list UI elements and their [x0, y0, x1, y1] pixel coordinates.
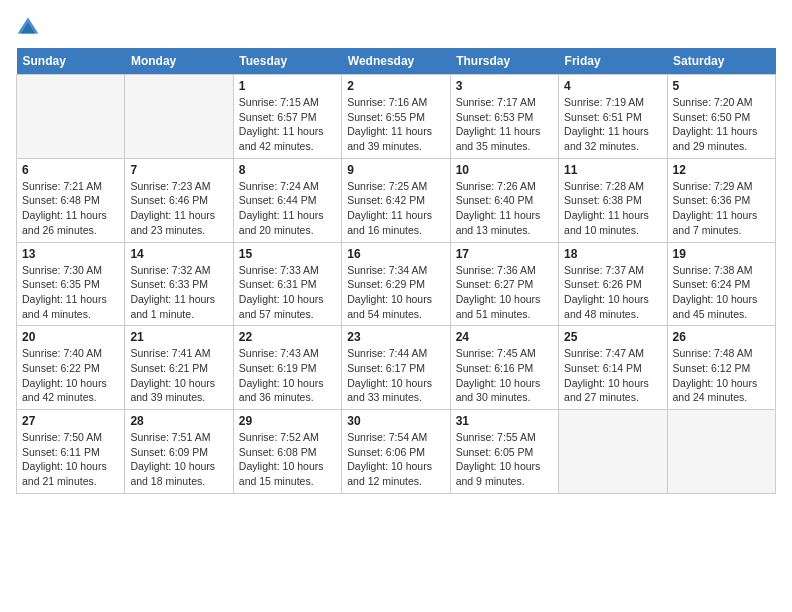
- calendar-cell: 13Sunrise: 7:30 AM Sunset: 6:35 PM Dayli…: [17, 242, 125, 326]
- day-info: Sunrise: 7:51 AM Sunset: 6:09 PM Dayligh…: [130, 430, 227, 489]
- calendar-cell: 10Sunrise: 7:26 AM Sunset: 6:40 PM Dayli…: [450, 158, 558, 242]
- day-info: Sunrise: 7:26 AM Sunset: 6:40 PM Dayligh…: [456, 179, 553, 238]
- day-info: Sunrise: 7:20 AM Sunset: 6:50 PM Dayligh…: [673, 95, 770, 154]
- day-number: 10: [456, 163, 553, 177]
- day-number: 17: [456, 247, 553, 261]
- day-number: 9: [347, 163, 444, 177]
- calendar-cell: 9Sunrise: 7:25 AM Sunset: 6:42 PM Daylig…: [342, 158, 450, 242]
- day-info: Sunrise: 7:52 AM Sunset: 6:08 PM Dayligh…: [239, 430, 336, 489]
- day-number: 29: [239, 414, 336, 428]
- page-header: [16, 16, 776, 40]
- day-info: Sunrise: 7:47 AM Sunset: 6:14 PM Dayligh…: [564, 346, 661, 405]
- day-info: Sunrise: 7:24 AM Sunset: 6:44 PM Dayligh…: [239, 179, 336, 238]
- day-number: 27: [22, 414, 119, 428]
- day-number: 22: [239, 330, 336, 344]
- day-info: Sunrise: 7:17 AM Sunset: 6:53 PM Dayligh…: [456, 95, 553, 154]
- day-number: 3: [456, 79, 553, 93]
- calendar-week-4: 20Sunrise: 7:40 AM Sunset: 6:22 PM Dayli…: [17, 326, 776, 410]
- calendar-cell: 5Sunrise: 7:20 AM Sunset: 6:50 PM Daylig…: [667, 75, 775, 159]
- day-info: Sunrise: 7:33 AM Sunset: 6:31 PM Dayligh…: [239, 263, 336, 322]
- day-info: Sunrise: 7:55 AM Sunset: 6:05 PM Dayligh…: [456, 430, 553, 489]
- calendar-cell: 11Sunrise: 7:28 AM Sunset: 6:38 PM Dayli…: [559, 158, 667, 242]
- calendar-cell: 22Sunrise: 7:43 AM Sunset: 6:19 PM Dayli…: [233, 326, 341, 410]
- day-info: Sunrise: 7:28 AM Sunset: 6:38 PM Dayligh…: [564, 179, 661, 238]
- day-number: 4: [564, 79, 661, 93]
- day-header-monday: Monday: [125, 48, 233, 75]
- day-number: 7: [130, 163, 227, 177]
- day-header-thursday: Thursday: [450, 48, 558, 75]
- calendar-cell: 8Sunrise: 7:24 AM Sunset: 6:44 PM Daylig…: [233, 158, 341, 242]
- day-number: 19: [673, 247, 770, 261]
- calendar-cell: 15Sunrise: 7:33 AM Sunset: 6:31 PM Dayli…: [233, 242, 341, 326]
- calendar-cell: 18Sunrise: 7:37 AM Sunset: 6:26 PM Dayli…: [559, 242, 667, 326]
- day-info: Sunrise: 7:38 AM Sunset: 6:24 PM Dayligh…: [673, 263, 770, 322]
- day-info: Sunrise: 7:54 AM Sunset: 6:06 PM Dayligh…: [347, 430, 444, 489]
- calendar-cell: 14Sunrise: 7:32 AM Sunset: 6:33 PM Dayli…: [125, 242, 233, 326]
- day-info: Sunrise: 7:48 AM Sunset: 6:12 PM Dayligh…: [673, 346, 770, 405]
- day-info: Sunrise: 7:40 AM Sunset: 6:22 PM Dayligh…: [22, 346, 119, 405]
- day-number: 21: [130, 330, 227, 344]
- calendar-cell: [667, 410, 775, 494]
- calendar-cell: 1Sunrise: 7:15 AM Sunset: 6:57 PM Daylig…: [233, 75, 341, 159]
- day-info: Sunrise: 7:19 AM Sunset: 6:51 PM Dayligh…: [564, 95, 661, 154]
- day-number: 26: [673, 330, 770, 344]
- day-number: 2: [347, 79, 444, 93]
- calendar-week-2: 6Sunrise: 7:21 AM Sunset: 6:48 PM Daylig…: [17, 158, 776, 242]
- calendar-cell: [17, 75, 125, 159]
- logo: [16, 16, 44, 40]
- day-number: 28: [130, 414, 227, 428]
- calendar-cell: 30Sunrise: 7:54 AM Sunset: 6:06 PM Dayli…: [342, 410, 450, 494]
- day-info: Sunrise: 7:50 AM Sunset: 6:11 PM Dayligh…: [22, 430, 119, 489]
- calendar-cell: 19Sunrise: 7:38 AM Sunset: 6:24 PM Dayli…: [667, 242, 775, 326]
- day-info: Sunrise: 7:45 AM Sunset: 6:16 PM Dayligh…: [456, 346, 553, 405]
- calendar-cell: 7Sunrise: 7:23 AM Sunset: 6:46 PM Daylig…: [125, 158, 233, 242]
- calendar-cell: 6Sunrise: 7:21 AM Sunset: 6:48 PM Daylig…: [17, 158, 125, 242]
- day-info: Sunrise: 7:41 AM Sunset: 6:21 PM Dayligh…: [130, 346, 227, 405]
- calendar-week-1: 1Sunrise: 7:15 AM Sunset: 6:57 PM Daylig…: [17, 75, 776, 159]
- calendar-table: SundayMondayTuesdayWednesdayThursdayFrid…: [16, 48, 776, 494]
- calendar-header-row: SundayMondayTuesdayWednesdayThursdayFrid…: [17, 48, 776, 75]
- calendar-cell: 29Sunrise: 7:52 AM Sunset: 6:08 PM Dayli…: [233, 410, 341, 494]
- day-header-saturday: Saturday: [667, 48, 775, 75]
- calendar-cell: 27Sunrise: 7:50 AM Sunset: 6:11 PM Dayli…: [17, 410, 125, 494]
- day-info: Sunrise: 7:36 AM Sunset: 6:27 PM Dayligh…: [456, 263, 553, 322]
- day-info: Sunrise: 7:32 AM Sunset: 6:33 PM Dayligh…: [130, 263, 227, 322]
- day-number: 12: [673, 163, 770, 177]
- calendar-week-5: 27Sunrise: 7:50 AM Sunset: 6:11 PM Dayli…: [17, 410, 776, 494]
- day-number: 5: [673, 79, 770, 93]
- day-info: Sunrise: 7:21 AM Sunset: 6:48 PM Dayligh…: [22, 179, 119, 238]
- calendar-cell: 21Sunrise: 7:41 AM Sunset: 6:21 PM Dayli…: [125, 326, 233, 410]
- day-number: 20: [22, 330, 119, 344]
- calendar-cell: 24Sunrise: 7:45 AM Sunset: 6:16 PM Dayli…: [450, 326, 558, 410]
- day-info: Sunrise: 7:25 AM Sunset: 6:42 PM Dayligh…: [347, 179, 444, 238]
- calendar-cell: 20Sunrise: 7:40 AM Sunset: 6:22 PM Dayli…: [17, 326, 125, 410]
- day-info: Sunrise: 7:23 AM Sunset: 6:46 PM Dayligh…: [130, 179, 227, 238]
- day-info: Sunrise: 7:44 AM Sunset: 6:17 PM Dayligh…: [347, 346, 444, 405]
- calendar-cell: 17Sunrise: 7:36 AM Sunset: 6:27 PM Dayli…: [450, 242, 558, 326]
- calendar-cell: 23Sunrise: 7:44 AM Sunset: 6:17 PM Dayli…: [342, 326, 450, 410]
- calendar-cell: 28Sunrise: 7:51 AM Sunset: 6:09 PM Dayli…: [125, 410, 233, 494]
- calendar-week-3: 13Sunrise: 7:30 AM Sunset: 6:35 PM Dayli…: [17, 242, 776, 326]
- calendar-cell: 4Sunrise: 7:19 AM Sunset: 6:51 PM Daylig…: [559, 75, 667, 159]
- day-info: Sunrise: 7:16 AM Sunset: 6:55 PM Dayligh…: [347, 95, 444, 154]
- day-number: 23: [347, 330, 444, 344]
- day-number: 16: [347, 247, 444, 261]
- day-info: Sunrise: 7:15 AM Sunset: 6:57 PM Dayligh…: [239, 95, 336, 154]
- day-info: Sunrise: 7:29 AM Sunset: 6:36 PM Dayligh…: [673, 179, 770, 238]
- calendar-cell: 2Sunrise: 7:16 AM Sunset: 6:55 PM Daylig…: [342, 75, 450, 159]
- calendar-cell: 16Sunrise: 7:34 AM Sunset: 6:29 PM Dayli…: [342, 242, 450, 326]
- day-header-tuesday: Tuesday: [233, 48, 341, 75]
- day-info: Sunrise: 7:43 AM Sunset: 6:19 PM Dayligh…: [239, 346, 336, 405]
- calendar-cell: [559, 410, 667, 494]
- day-number: 13: [22, 247, 119, 261]
- day-info: Sunrise: 7:37 AM Sunset: 6:26 PM Dayligh…: [564, 263, 661, 322]
- day-number: 18: [564, 247, 661, 261]
- day-info: Sunrise: 7:30 AM Sunset: 6:35 PM Dayligh…: [22, 263, 119, 322]
- day-number: 30: [347, 414, 444, 428]
- day-header-wednesday: Wednesday: [342, 48, 450, 75]
- calendar-cell: 3Sunrise: 7:17 AM Sunset: 6:53 PM Daylig…: [450, 75, 558, 159]
- day-info: Sunrise: 7:34 AM Sunset: 6:29 PM Dayligh…: [347, 263, 444, 322]
- day-number: 6: [22, 163, 119, 177]
- day-number: 11: [564, 163, 661, 177]
- calendar-cell: 26Sunrise: 7:48 AM Sunset: 6:12 PM Dayli…: [667, 326, 775, 410]
